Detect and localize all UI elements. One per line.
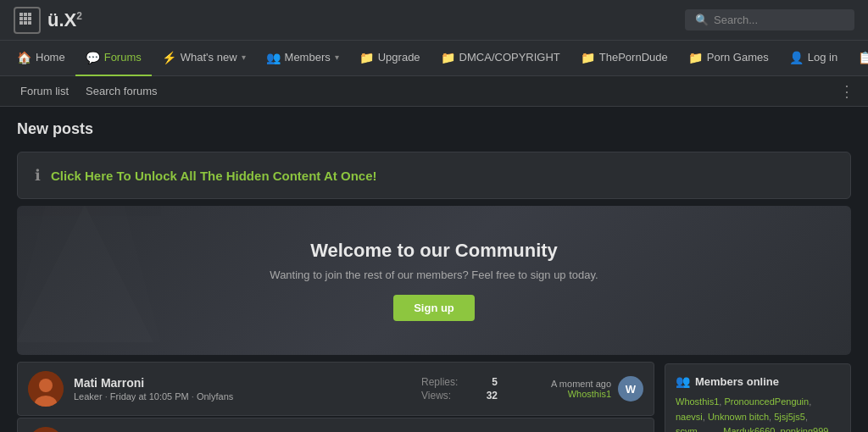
svg-marker-10 bbox=[17, 206, 161, 342]
logo: ü.X2 bbox=[14, 7, 82, 34]
nav-label-dmca: DMCA/COPYRIGHT bbox=[459, 51, 560, 64]
home-icon: 🏠 bbox=[17, 51, 31, 64]
search-box[interactable]: 🔍 bbox=[685, 9, 854, 30]
top-bar: ü.X2 🔍 bbox=[0, 0, 868, 41]
nav-label-members: Members bbox=[285, 51, 331, 64]
post-stats: Replies: 5 Views: 32 bbox=[421, 376, 498, 402]
svg-rect-4 bbox=[24, 17, 27, 20]
members-online-header: 👥 Members online bbox=[676, 374, 840, 388]
main-content: Mati Marroni Leaker · Friday at 10:05 PM… bbox=[0, 362, 868, 432]
svg-point-12 bbox=[39, 379, 53, 392]
online-user[interactable]: scvm____ bbox=[676, 426, 718, 432]
nav-item-whats-new[interactable]: ⚡ What's new ▾ bbox=[152, 41, 256, 76]
nav-item-dmca[interactable]: 📁 DMCA/COPYRIGHT bbox=[431, 41, 570, 76]
members-icon: 👥 bbox=[266, 51, 281, 64]
whats-new-icon: ⚡ bbox=[162, 51, 176, 64]
search-forums-link[interactable]: Search forums bbox=[79, 81, 164, 101]
online-names-list: Whosthis1, PronouncedPenguin, naevsi, Un… bbox=[676, 395, 840, 432]
register-icon: 📋 bbox=[858, 51, 868, 64]
online-user[interactable]: Unknown bitch bbox=[708, 412, 769, 422]
svg-rect-0 bbox=[19, 13, 23, 16]
nav-item-porngames[interactable]: 📁 Porn Games bbox=[678, 41, 779, 76]
members-online-icon: 👥 bbox=[676, 374, 690, 388]
svg-rect-6 bbox=[19, 21, 23, 25]
logo-text: ü.X2 bbox=[47, 9, 82, 31]
nav-label-home: Home bbox=[36, 51, 65, 64]
post-meta: Leaker · Friday at 10:05 PM · Onlyfans bbox=[74, 391, 411, 402]
sub-nav: Forum list Search forums ⋮ bbox=[0, 76, 868, 107]
nav-label-forums: Forums bbox=[104, 51, 142, 64]
members-online-title: Members online bbox=[695, 375, 779, 388]
svg-rect-5 bbox=[28, 17, 31, 20]
unlock-banner: ℹ Click Here To Unlock All The Hidden Co… bbox=[17, 152, 851, 199]
avatar bbox=[28, 371, 64, 407]
nav-item-login[interactable]: 👤 Log in bbox=[779, 41, 848, 76]
welcome-bg-decoration bbox=[17, 206, 161, 350]
members-online-box: 👥 Members online Whosthis1, PronouncedPe… bbox=[665, 363, 851, 432]
post-latest-info: A moment ago Whosthis1 bbox=[551, 379, 611, 399]
search-input[interactable] bbox=[714, 14, 844, 26]
nav-label-upgrade: Upgrade bbox=[378, 51, 420, 64]
nav-label-whats-new: What's new bbox=[181, 51, 237, 64]
online-user[interactable]: 5jsj5js5 bbox=[774, 412, 805, 422]
table-row: Bonnie Locket Leaker · Jul 22, 2022 · On… bbox=[17, 418, 654, 432]
forum-list-link[interactable]: Forum list bbox=[14, 81, 75, 101]
welcome-banner: Welcome to our Community Wanting to join… bbox=[17, 206, 851, 355]
nav-item-register[interactable]: 📋 Register bbox=[848, 41, 868, 76]
svg-rect-3 bbox=[19, 17, 23, 20]
online-user[interactable]: naevsi bbox=[676, 412, 703, 422]
upgrade-icon: 📁 bbox=[359, 51, 374, 64]
post-title[interactable]: Mati Marroni bbox=[74, 376, 411, 390]
online-user[interactable]: Marduk6660 bbox=[723, 426, 775, 432]
porngames-icon: 📁 bbox=[688, 51, 703, 64]
nav-item-members[interactable]: 👥 Members ▾ bbox=[256, 41, 349, 76]
user-avatar-circle: W bbox=[618, 376, 643, 402]
table-row: Mati Marroni Leaker · Friday at 10:05 PM… bbox=[17, 362, 654, 416]
nav-item-home[interactable]: 🏠 Home bbox=[7, 41, 75, 76]
svg-rect-2 bbox=[28, 13, 31, 16]
online-user[interactable]: Whosthis1 bbox=[676, 396, 719, 407]
svg-rect-7 bbox=[24, 21, 27, 25]
unlock-link[interactable]: Click Here To Unlock All The Hidden Cont… bbox=[51, 169, 376, 183]
online-user[interactable]: popking999 bbox=[781, 426, 829, 432]
new-posts-header: New posts bbox=[0, 107, 868, 145]
post-latest-user[interactable]: Whosthis1 bbox=[551, 389, 611, 399]
more-options-icon[interactable]: ⋮ bbox=[839, 82, 854, 101]
welcome-title: Welcome to our Community bbox=[310, 240, 558, 262]
nav-item-porndude[interactable]: 📁 ThePornDude bbox=[570, 41, 678, 76]
avatar bbox=[28, 427, 64, 432]
search-icon: 🔍 bbox=[695, 14, 709, 26]
sidebar: 👥 Members online Whosthis1, PronouncedPe… bbox=[665, 362, 851, 432]
chevron-down-icon: ▾ bbox=[242, 53, 246, 62]
nav-label-porndude: ThePornDude bbox=[599, 51, 668, 64]
post-info: Mati Marroni Leaker · Friday at 10:05 PM… bbox=[74, 376, 411, 402]
svg-rect-1 bbox=[24, 13, 27, 16]
posts-list: Mati Marroni Leaker · Friday at 10:05 PM… bbox=[17, 362, 654, 432]
welcome-subtitle: Wanting to join the rest of our members?… bbox=[270, 269, 598, 281]
online-user[interactable]: PronouncedPenguin bbox=[724, 396, 809, 407]
post-latest: A moment ago Whosthis1 W bbox=[508, 376, 643, 402]
login-icon: 👤 bbox=[789, 51, 804, 64]
nav-label-login: Log in bbox=[808, 51, 837, 64]
signup-button[interactable]: Sign up bbox=[393, 295, 475, 321]
post-latest-time: A moment ago bbox=[551, 379, 611, 389]
nav-label-porngames: Porn Games bbox=[707, 51, 769, 64]
porndude-icon: 📁 bbox=[581, 51, 595, 64]
page-title: New posts bbox=[17, 120, 851, 138]
chevron-down-icon-2: ▾ bbox=[335, 53, 339, 62]
nav-item-upgrade[interactable]: 📁 Upgrade bbox=[349, 41, 431, 76]
svg-rect-8 bbox=[28, 21, 31, 25]
svg-point-14 bbox=[28, 427, 64, 432]
info-icon: ℹ bbox=[35, 166, 41, 185]
nav-item-forums[interactable]: 💬 Forums bbox=[75, 41, 152, 76]
logo-sup: 2 bbox=[76, 9, 82, 21]
sub-nav-links: Forum list Search forums bbox=[14, 81, 164, 101]
forums-icon: 💬 bbox=[86, 51, 100, 64]
dmca-icon: 📁 bbox=[441, 51, 455, 64]
nav-bar: 🏠 Home 💬 Forums ⚡ What's new ▾ 👥 Members… bbox=[0, 41, 868, 76]
logo-icon bbox=[14, 7, 41, 34]
